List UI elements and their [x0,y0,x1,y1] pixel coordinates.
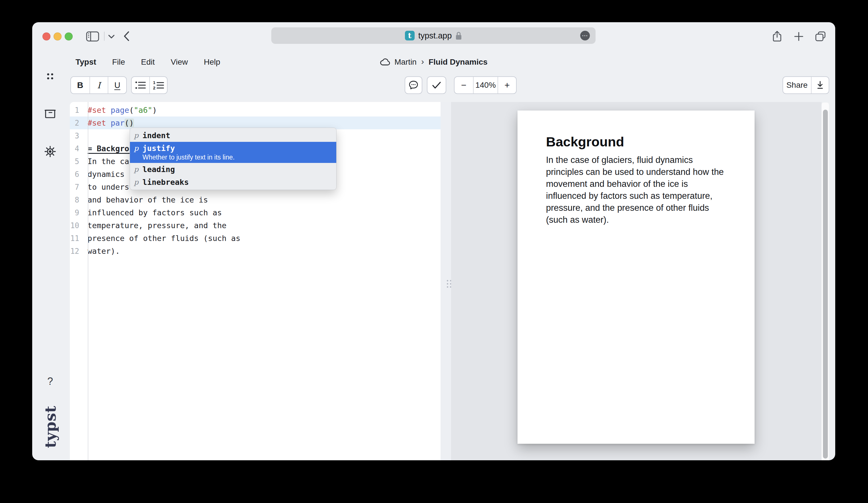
preview-body-line: principles can be used to understand how… [546,166,730,178]
typst-logo-text: typst [42,406,59,448]
line-number: 1 [70,106,83,115]
breadcrumb-account[interactable]: Martin [394,57,417,67]
code-line-text: temperature, pressure, and the [83,221,227,230]
share-button[interactable]: Share [783,77,811,93]
preview-scrollbar-thumb[interactable] [823,110,828,459]
settings-gear-icon[interactable] [44,145,56,158]
line-number: 10 [70,221,83,230]
italic-button[interactable]: I [90,77,108,93]
chevron-down-icon[interactable] [108,34,115,39]
new-tab-icon[interactable] [794,32,804,41]
bullet-list-icon [135,81,146,90]
autocomplete-menu: pindentpjustifyWhether to justify text i… [130,128,337,190]
line-number: 4 [70,144,83,153]
traffic-light-minimize-button[interactable] [54,32,62,40]
traffic-light-zoom-button[interactable] [65,32,73,40]
menu-item-view[interactable]: View [171,57,188,67]
share-icon[interactable] [772,30,782,42]
preview-scrollbar[interactable] [822,103,829,460]
chrome-divider [104,32,105,41]
help-button[interactable]: ? [45,375,55,387]
autocomplete-item-label: indent [143,131,170,140]
preview-heading: Background [546,134,730,149]
zoom-in-button[interactable]: + [497,77,516,93]
zoom-group: − 140% + [454,76,517,94]
line-number: 11 [70,234,83,243]
download-icon [816,81,824,90]
code-line[interactable]: 10temperature, pressure, and the [70,219,441,232]
compile-status-button[interactable] [427,76,446,94]
traffic-light-close-button[interactable] [42,32,50,40]
page-settings-icon[interactable]: ⋯ [580,31,590,40]
menu-item-help[interactable]: Help [204,57,220,67]
line-number: 9 [70,209,83,217]
site-favicon: t [405,31,415,40]
underline-button[interactable]: U [108,77,126,93]
numbered-list-icon: 1 2 [153,80,164,90]
parameter-icon: p [134,165,143,174]
code-line[interactable]: 1#set page("a6") [70,104,441,116]
preview-body-line: pressure, and the presence of other flui… [546,202,730,214]
autocomplete-item-label: linebreaks [143,177,189,187]
preview-page: Background In the case of glaciers, flui… [517,111,755,444]
code-line[interactable]: 9influenced by factors such as [70,206,441,219]
parameter-icon: p [134,177,143,187]
menu-item-edit[interactable]: Edit [141,57,155,67]
zoom-in-icon: + [504,80,510,91]
app-toolbar: B I U 1 2 [32,76,835,94]
underline-label: U [114,81,120,90]
comments-button[interactable] [405,76,422,94]
zoom-level-value: 140% [475,81,496,90]
parameter-icon: p [134,144,143,153]
parameter-icon: p [134,131,143,140]
line-number: 5 [70,157,83,166]
code-line-text: #set par() [83,118,134,127]
typst-logo: typst [37,407,63,447]
menu: TypstFileEditViewHelp [75,54,220,71]
preview-body-line: In the case of glaciers, fluid dynamics [546,154,730,166]
breadcrumb-separator: › [421,57,425,66]
bullet-list-button[interactable] [132,77,149,93]
svg-text:1: 1 [153,80,155,85]
list-style-group: 1 2 [131,76,167,94]
zoom-out-icon: − [461,80,466,91]
breadcrumb-document-title[interactable]: Fluid Dynamics [428,57,488,67]
code-line[interactable]: 11presence of other fluids (such as [70,232,441,245]
back-icon[interactable] [123,31,130,41]
pane-drag-handle-icon[interactable] [447,280,451,288]
zoom-level: 140% [473,77,497,93]
code-editor[interactable]: 1#set page("a6")2#set par()34= Backgroun… [70,102,441,460]
files-panel-icon[interactable] [44,108,56,119]
autocomplete-item-indent[interactable]: pindent [130,129,336,142]
autocomplete-item-linebreaks[interactable]: plinebreaks [130,176,336,189]
download-button[interactable] [811,77,829,93]
line-number: 6 [70,170,83,179]
zoom-out-button[interactable]: − [455,77,473,93]
code-line-text: water). [83,247,120,255]
numbered-list-button[interactable]: 1 2 [149,77,167,93]
comment-icon [409,80,418,90]
url-text: typst.app [418,31,452,40]
code-line-text: influenced by factors such as [83,208,222,217]
svg-text:2: 2 [153,85,155,90]
code-line-text: and behavior of the ice is [83,196,208,204]
bold-button[interactable]: B [71,77,90,93]
autocomplete-item-justify[interactable]: pjustifyWhether to justify text in its l… [130,142,336,163]
browser-window: t typst.app ⋯ [32,22,835,460]
autocomplete-item-leading[interactable]: pleading [130,163,336,176]
code-line-text: presence of other fluids (such as [83,234,240,243]
tab-overview-icon[interactable] [815,31,826,42]
menu-item-typst[interactable]: Typst [75,57,96,67]
menu-item-file[interactable]: File [112,57,125,67]
code-line[interactable]: 8and behavior of the ice is [70,193,441,206]
sidebar-toggle-icon[interactable] [86,31,99,42]
share-label: Share [786,81,808,90]
share-group: Share [783,76,829,94]
screen: t typst.app ⋯ [0,0,868,503]
cloud-icon [380,59,390,66]
code-line[interactable]: 12water). [70,245,441,258]
app-menu-grid-icon[interactable] [45,72,55,81]
preview-body-line: influenced by factors such as temperatur… [546,190,730,202]
address-bar[interactable]: t typst.app ⋯ [271,27,596,44]
line-number: 8 [70,196,83,204]
